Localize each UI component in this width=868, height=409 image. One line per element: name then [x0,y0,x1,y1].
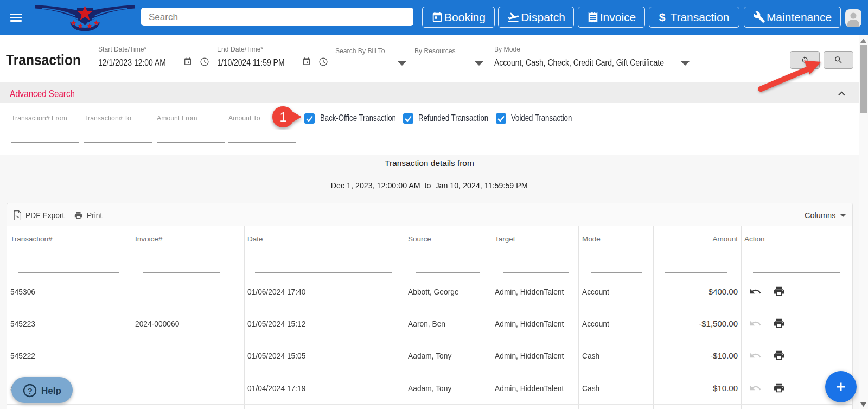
svg-text:1: 1 [280,110,287,124]
svg-text:?: ? [27,386,32,395]
